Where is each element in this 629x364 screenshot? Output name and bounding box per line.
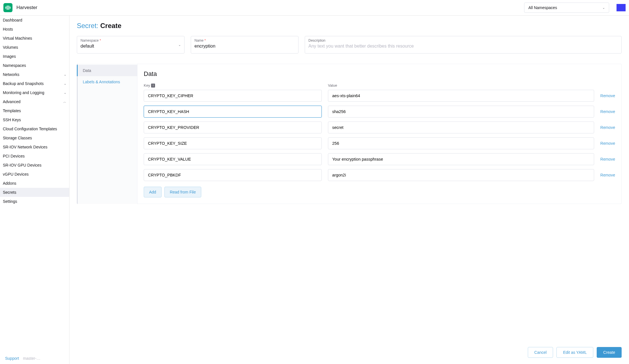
sidebar-item-label: Networks xyxy=(3,72,19,77)
value-input[interactable] xyxy=(328,122,594,133)
namespace-value: default xyxy=(81,44,181,49)
key-column-header: Key xyxy=(144,83,150,88)
sidebar-item-networks[interactable]: Networks⌄ xyxy=(0,70,69,79)
sidebar-item-label: SSH Keys xyxy=(3,118,21,122)
sidebar-item-label: Settings xyxy=(3,199,17,204)
key-input[interactable] xyxy=(144,106,322,118)
create-button[interactable]: Create xyxy=(597,347,622,358)
value-input[interactable] xyxy=(328,106,594,118)
edit-as-yaml-button[interactable]: Edit as YAML xyxy=(556,347,593,358)
description-field[interactable]: Description xyxy=(305,36,622,54)
sidebar-item-monitoring-and-logging[interactable]: Monitoring and Logging⌄ xyxy=(0,88,69,97)
kv-row: Remove xyxy=(144,122,615,133)
sidebar-item-label: Storage Classes xyxy=(3,136,32,140)
sidebar: DashboardHostsVirtual MachinesVolumesIma… xyxy=(0,16,69,364)
kv-row: Remove xyxy=(144,153,615,165)
remove-link[interactable]: Remove xyxy=(600,109,615,114)
user-avatar[interactable] xyxy=(617,4,626,11)
value-input[interactable] xyxy=(328,137,594,149)
chevron-down-icon: ⌄ xyxy=(64,82,66,86)
kv-row: Remove xyxy=(144,106,615,118)
sidebar-item-cloud-configuration-templates[interactable]: Cloud Configuration Templates xyxy=(0,124,69,133)
page-title-prefix: Secret: xyxy=(77,22,100,29)
sidebar-item-label: PCI Devices xyxy=(3,154,25,158)
tab-labels-annotations[interactable]: Labels & Annotations xyxy=(78,76,137,88)
sidebar-item-label: Monitoring and Logging xyxy=(3,90,44,95)
namespace-field[interactable]: Namespace * default ⌄ xyxy=(77,36,185,54)
sidebar-item-namespaces[interactable]: Namespaces xyxy=(0,61,69,70)
cancel-button[interactable]: Cancel xyxy=(528,347,553,358)
support-link[interactable]: Support xyxy=(5,356,19,361)
value-input[interactable] xyxy=(328,90,594,102)
config-panel: DataLabels & Annotations Data Key i Valu… xyxy=(77,64,622,204)
data-panel: Data Key i Value RemoveRemoveRemoveRemov… xyxy=(137,64,622,204)
brand-name: Harvester xyxy=(16,5,37,10)
value-input[interactable] xyxy=(328,153,594,165)
description-input[interactable] xyxy=(308,44,618,49)
tab-data[interactable]: Data xyxy=(78,65,137,76)
kv-header: Key i Value xyxy=(144,83,615,88)
namespace-selector-value: All Namespaces xyxy=(528,5,557,10)
sidebar-item-secrets[interactable]: Secrets xyxy=(0,188,69,197)
info-icon[interactable]: i xyxy=(151,84,155,88)
sidebar-item-label: SR-IOV Network Devices xyxy=(3,145,47,149)
sidebar-item-label: Advanced xyxy=(3,99,20,104)
sidebar-item-label: Templates xyxy=(3,108,21,113)
sidebar-item-backup-and-snapshots[interactable]: Backup and Snapshots⌄ xyxy=(0,79,69,88)
sidebar-item-hosts[interactable]: Hosts xyxy=(0,25,69,34)
name-label: Name * xyxy=(194,39,295,42)
topbar: Harvester All Namespaces ⌄ xyxy=(0,0,629,16)
harvester-icon xyxy=(5,5,11,11)
name-input[interactable] xyxy=(194,44,295,49)
sidebar-item-pci-devices[interactable]: PCI Devices xyxy=(0,152,69,161)
namespace-label: Namespace * xyxy=(81,39,181,42)
version-label: master-… xyxy=(23,356,40,361)
add-button[interactable]: Add xyxy=(144,187,162,197)
sidebar-item-advanced[interactable]: Advanced︿ xyxy=(0,97,69,106)
description-label: Description xyxy=(308,39,618,42)
sidebar-item-label: Secrets xyxy=(3,190,16,195)
sidebar-item-sr-iov-gpu-devices[interactable]: SR-IOV GPU Devices xyxy=(0,161,69,170)
remove-link[interactable]: Remove xyxy=(600,173,615,177)
sidebar-item-label: Backup and Snapshots xyxy=(3,81,44,86)
chevron-down-icon: ⌄ xyxy=(64,91,66,95)
sidebar-item-label: vGPU Devices xyxy=(3,172,29,176)
sidebar-item-addons[interactable]: Addons xyxy=(0,179,69,188)
sidebar-item-images[interactable]: Images xyxy=(0,52,69,61)
sidebar-item-label: SR-IOV GPU Devices xyxy=(3,163,41,167)
sidebar-item-ssh-keys[interactable]: SSH Keys xyxy=(0,115,69,124)
kv-row: Remove xyxy=(144,137,615,149)
value-input[interactable] xyxy=(328,169,594,181)
key-input[interactable] xyxy=(144,169,322,181)
name-field[interactable]: Name * xyxy=(191,36,298,54)
namespace-selector[interactable]: All Namespaces ⌄ xyxy=(524,3,609,13)
tab-list: DataLabels & Annotations xyxy=(78,64,137,204)
key-input[interactable] xyxy=(144,122,322,133)
sidebar-item-virtual-machines[interactable]: Virtual Machines xyxy=(0,34,69,43)
section-title: Data xyxy=(144,70,615,78)
sidebar-item-settings[interactable]: Settings xyxy=(0,197,69,206)
page-title: Secret: Create xyxy=(77,22,622,30)
sidebar-item-volumes[interactable]: Volumes xyxy=(0,43,69,52)
sidebar-item-label: Addons xyxy=(3,181,16,186)
sidebar-item-label: Hosts xyxy=(3,27,13,31)
read-from-file-button[interactable]: Read from File xyxy=(164,187,201,197)
sidebar-item-label: Virtual Machines xyxy=(3,36,32,41)
sidebar-item-vgpu-devices[interactable]: vGPU Devices xyxy=(0,170,69,179)
sidebar-item-label: Images xyxy=(3,54,16,59)
sidebar-item-sr-iov-network-devices[interactable]: SR-IOV Network Devices xyxy=(0,142,69,152)
chevron-up-icon: ︿ xyxy=(63,100,66,104)
remove-link[interactable]: Remove xyxy=(600,125,615,130)
sidebar-item-label: Cloud Configuration Templates xyxy=(3,127,57,131)
sidebar-item-label: Namespaces xyxy=(3,63,26,68)
key-input[interactable] xyxy=(144,137,322,149)
brand-logo[interactable] xyxy=(3,3,12,12)
key-input[interactable] xyxy=(144,153,322,165)
sidebar-item-storage-classes[interactable]: Storage Classes xyxy=(0,133,69,142)
key-input[interactable] xyxy=(144,90,322,102)
remove-link[interactable]: Remove xyxy=(600,141,615,146)
remove-link[interactable]: Remove xyxy=(600,93,615,98)
sidebar-item-dashboard[interactable]: Dashboard xyxy=(0,16,69,25)
remove-link[interactable]: Remove xyxy=(600,157,615,161)
sidebar-item-templates[interactable]: Templates xyxy=(0,106,69,115)
